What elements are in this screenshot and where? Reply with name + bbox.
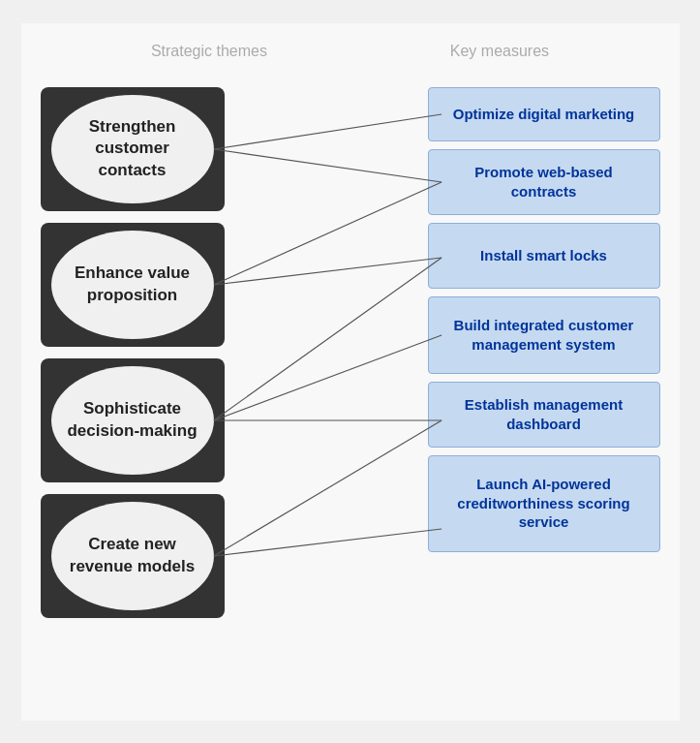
svg-line-5 [213,335,441,420]
svg-line-7 [213,420,441,556]
theme-box-1: Strengthen customer contacts [41,87,225,211]
measure-label-1: Optimize digital marketing [453,105,635,124]
measure-label-4: Build integrated customer management sys… [441,316,648,354]
theme-box-2: Enhance value proposition [41,223,225,347]
svg-line-4 [213,258,441,420]
measure-label-3: Install smart locks [480,246,607,265]
theme-oval-2: Enhance value proposition [51,231,214,339]
svg-line-1 [213,149,441,182]
measure-label-6: Launch AI-powered creditworthiness scori… [441,475,648,532]
measure-box-5: Establish management dashboard [428,382,660,448]
measure-box-2: Promote web-based contracts [428,149,660,215]
theme-label-4: Create new revenue models [61,534,204,576]
themes-column: Strengthen customer contacts Enhance val… [41,77,234,618]
theme-box-4: Create new revenue models [41,494,225,618]
measure-box-6: Launch AI-powered creditworthiness scori… [428,455,660,552]
svg-line-8 [213,529,441,556]
theme-oval-1: Strengthen customer contacts [51,95,214,203]
svg-line-3 [213,258,441,285]
theme-oval-4: Create new revenue models [51,502,214,610]
measure-label-5: Establish management dashboard [441,395,648,433]
measure-box-3: Install smart locks [428,223,660,289]
measure-label-2: Promote web-based contracts [441,163,648,201]
key-measures-header: Key measures [450,43,549,60]
theme-oval-3: Sophisticate decision-making [51,366,214,475]
strategic-themes-header: Strategic themes [151,43,267,60]
measure-box-1: Optimize digital marketing [428,87,660,141]
diagram-container: Strategic themes Key measures Strengthen… [21,23,680,721]
theme-box-3: Sophisticate decision-making [41,358,225,482]
measure-box-4: Build integrated customer management sys… [428,296,660,374]
theme-label-2: Enhance value proposition [61,263,204,305]
theme-label-3: Sophisticate decision-making [61,398,204,441]
column-headers: Strategic themes Key measures [41,43,660,60]
svg-line-2 [213,182,441,285]
theme-label-1: Strengthen customer contacts [61,116,204,180]
svg-line-0 [213,114,441,149]
measures-column: Optimize digital marketing Promote web-b… [428,77,660,552]
main-content: Strengthen customer contacts Enhance val… [41,77,660,678]
